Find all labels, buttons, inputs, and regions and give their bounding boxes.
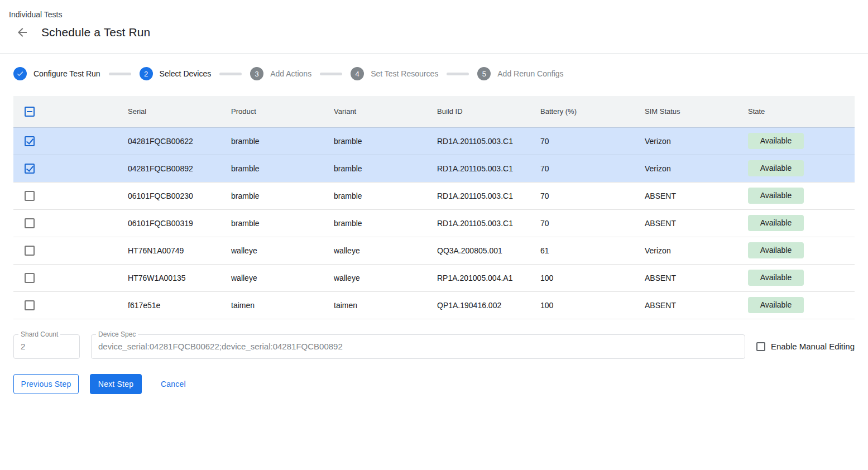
device-spec-value: device_serial:04281FQCB00622;device_seri… — [92, 342, 343, 351]
table-row[interactable]: 06101FQCB00230 bramble bramble RD1A.2011… — [13, 182, 855, 209]
table-header-row: Serial Product Variant Build ID Battery … — [13, 96, 855, 127]
state-cell: Available — [748, 209, 855, 237]
next-step-button[interactable]: Next Step — [90, 374, 142, 394]
step-item-add-actions[interactable]: 3Add Actions — [250, 67, 311, 80]
serial-cell: 06101FQCB00319 — [128, 209, 231, 237]
column-header-sim-status: SIM Status — [645, 96, 748, 127]
form-row: Shard Count 2 Device Spec device_serial:… — [13, 334, 855, 359]
product-cell: bramble — [231, 182, 334, 209]
select-all-checkbox[interactable] — [25, 107, 35, 117]
device-spec-field[interactable]: Device Spec device_serial:04281FQCB00622… — [91, 334, 745, 359]
product-cell: bramble — [231, 155, 334, 182]
step-number: 5 — [477, 67, 491, 80]
column-header-battery: Battery (%) — [540, 96, 645, 127]
arrow-left-icon — [16, 26, 29, 39]
state-chip: Available — [748, 270, 804, 286]
page-header: Individual Tests Schedule a Test Run — [0, 0, 868, 41]
build-id-cell: RD1A.201105.003.C1 — [437, 209, 540, 237]
cancel-button[interactable]: Cancel — [156, 374, 190, 394]
row-checkbox[interactable] — [25, 300, 35, 310]
device-table: Serial Product Variant Build ID Battery … — [13, 96, 855, 319]
step-check-icon — [13, 67, 27, 80]
sim-status-cell: ABSENT — [645, 209, 748, 237]
sim-status-cell: Verizon — [645, 155, 748, 182]
battery-cell: 70 — [540, 127, 645, 155]
step-item-select-devices[interactable]: 2Select Devices — [140, 67, 212, 80]
row-checkbox[interactable] — [25, 273, 35, 283]
shard-count-field[interactable]: Shard Count 2 — [13, 334, 80, 359]
device-table-body: 04281FQCB00622 bramble bramble RD1A.2011… — [13, 127, 855, 319]
device-table-wrap: Serial Product Variant Build ID Battery … — [13, 96, 855, 319]
sim-status-cell: ABSENT — [645, 291, 748, 319]
row-checkbox[interactable] — [25, 191, 35, 201]
enable-manual-editing-checkbox[interactable] — [756, 342, 765, 351]
column-header-variant: Variant — [334, 96, 437, 127]
back-button[interactable] — [13, 23, 31, 41]
row-checkbox[interactable] — [25, 246, 35, 256]
state-chip: Available — [748, 242, 804, 258]
step-label: Add Rerun Configs — [497, 69, 563, 78]
previous-step-button[interactable]: Previous Step — [13, 374, 79, 394]
state-cell: Available — [748, 127, 855, 155]
build-id-cell: QP1A.190416.002 — [437, 291, 540, 319]
row-checkbox[interactable] — [25, 218, 35, 228]
step-connector — [320, 73, 342, 75]
build-id-cell: QQ3A.200805.001 — [437, 237, 540, 264]
column-header-serial: Serial — [128, 96, 231, 127]
step-connector — [219, 73, 242, 75]
table-row[interactable]: f617e51e taimen taimen QP1A.190416.002 1… — [13, 291, 855, 319]
table-row[interactable]: HT76N1A00749 walleye walleye QQ3A.200805… — [13, 237, 855, 264]
battery-cell: 70 — [540, 209, 645, 237]
header-divider — [0, 53, 868, 54]
variant-cell: walleye — [334, 237, 437, 264]
shard-count-label: Shard Count — [18, 331, 60, 338]
build-id-cell: RD1A.201105.003.C1 — [437, 127, 540, 155]
state-chip: Available — [748, 297, 804, 313]
step-item-set-test-resources[interactable]: 4Set Test Resources — [351, 67, 438, 80]
state-cell: Available — [748, 155, 855, 182]
step-item-configure-test-run[interactable]: Configure Test Run — [13, 67, 100, 80]
battery-cell: 70 — [540, 182, 645, 209]
column-header-state: State — [748, 96, 855, 127]
build-id-cell: RD1A.201105.003.C1 — [437, 182, 540, 209]
variant-cell: taimen — [334, 291, 437, 319]
serial-cell: HT76W1A00135 — [128, 264, 231, 291]
sim-status-cell: Verizon — [645, 237, 748, 264]
shard-count-value: 2 — [14, 342, 25, 351]
product-cell: taimen — [231, 291, 334, 319]
step-connector — [109, 73, 131, 75]
variant-cell: bramble — [334, 182, 437, 209]
table-row[interactable]: HT76W1A00135 walleye walleye RP1A.201005… — [13, 264, 855, 291]
product-cell: walleye — [231, 264, 334, 291]
row-checkbox[interactable] — [25, 136, 35, 146]
step-number: 2 — [140, 67, 153, 80]
step-label: Add Actions — [270, 69, 311, 78]
state-cell: Available — [748, 237, 855, 264]
battery-cell: 70 — [540, 155, 645, 182]
page-title: Schedule a Test Run — [41, 26, 150, 39]
step-label: Set Test Resources — [371, 69, 438, 78]
table-row[interactable]: 04281FQCB00622 bramble bramble RD1A.2011… — [13, 127, 855, 155]
variant-cell: bramble — [334, 155, 437, 182]
row-checkbox[interactable] — [25, 164, 35, 174]
variant-cell: bramble — [334, 127, 437, 155]
state-cell: Available — [748, 264, 855, 291]
variant-cell: walleye — [334, 264, 437, 291]
enable-manual-editing-label: Enable Manual Editing — [771, 342, 855, 351]
enable-manual-editing[interactable]: Enable Manual Editing — [756, 342, 855, 351]
step-number: 3 — [250, 67, 263, 80]
serial-cell: 04281FQCB00892 — [128, 155, 231, 182]
serial-cell: f617e51e — [128, 291, 231, 319]
battery-cell: 100 — [540, 291, 645, 319]
table-row[interactable]: 06101FQCB00319 bramble bramble RD1A.2011… — [13, 209, 855, 237]
step-item-add-rerun-configs[interactable]: 5Add Rerun Configs — [477, 67, 563, 80]
table-row[interactable]: 04281FQCB00892 bramble bramble RD1A.2011… — [13, 155, 855, 182]
battery-cell: 100 — [540, 264, 645, 291]
build-id-cell: RP1A.201005.004.A1 — [437, 264, 540, 291]
product-cell: walleye — [231, 237, 334, 264]
serial-cell: 06101FQCB00230 — [128, 182, 231, 209]
sim-status-cell: ABSENT — [645, 264, 748, 291]
serial-cell: HT76N1A00749 — [128, 237, 231, 264]
sim-status-cell: ABSENT — [645, 182, 748, 209]
state-cell: Available — [748, 182, 855, 209]
